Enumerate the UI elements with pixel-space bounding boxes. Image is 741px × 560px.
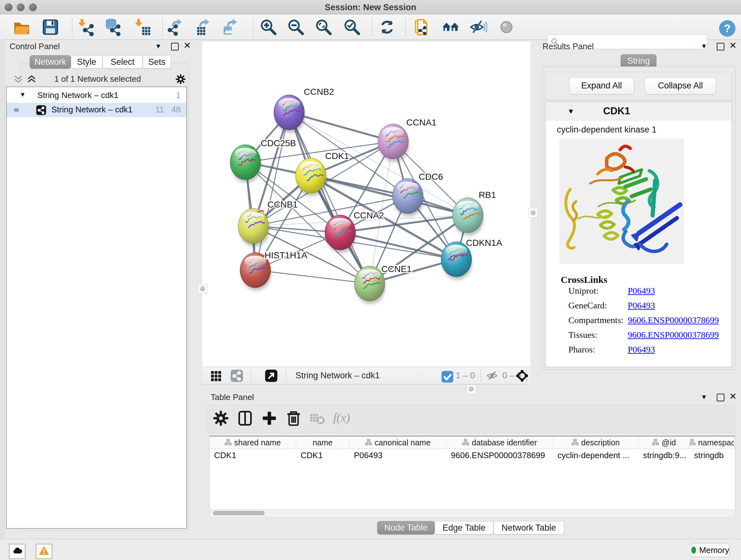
control-panel-float-icon[interactable]: ▾ (156, 42, 160, 51)
tab-style[interactable]: Style (71, 55, 103, 69)
string-query-icon[interactable] (413, 18, 431, 36)
fit-selected-crosshair-icon[interactable] (516, 369, 529, 382)
expand-all-networks-icon[interactable] (26, 75, 37, 85)
import-network-from-database-icon[interactable] (105, 18, 122, 36)
tab-node-table[interactable]: Node Table (377, 521, 434, 535)
grid-view-icon[interactable] (209, 369, 222, 382)
help-icon[interactable]: ? (718, 19, 736, 37)
zoom-in-icon[interactable] (259, 18, 277, 36)
network-canvas[interactable]: CCNB2CCNA1CDC25BCDK1CDC6RB1CCNB1CCNA2CDK… (202, 42, 530, 367)
node-label-CCNA1: CCNA1 (406, 118, 436, 127)
column-header-canonical-name[interactable]: canonical name (349, 436, 447, 449)
left-splitter-handle[interactable] (198, 284, 207, 294)
hide-eye-icon[interactable] (469, 18, 487, 36)
detach-view-icon[interactable] (265, 369, 278, 382)
gene-collapse-arrow[interactable]: ▼ (567, 107, 575, 116)
crosslink-link[interactable]: P06493 (628, 300, 655, 311)
results-panel-close-icon[interactable]: ✕ (729, 40, 737, 51)
collapse-all-networks-icon[interactable] (13, 75, 23, 85)
tab-select[interactable]: Select (103, 55, 143, 69)
column-header-namespac[interactable]: namespac (690, 436, 734, 449)
delete-column-icon[interactable] (285, 410, 302, 427)
control-panel-close-icon[interactable]: ✕ (184, 40, 191, 51)
export-network-icon[interactable] (167, 18, 185, 36)
tab-network-table[interactable]: Network Table (493, 521, 564, 535)
tree-column-icon (365, 438, 372, 447)
table-settings-gear-icon[interactable] (212, 410, 229, 427)
results-panel-maximize-icon[interactable] (717, 43, 724, 51)
column-header-shared-name[interactable]: shared name (210, 436, 296, 449)
tree-column-icon (690, 438, 696, 447)
cloud-button[interactable] (9, 544, 25, 559)
network-node-CCNB2[interactable]: CCNB2 (274, 87, 334, 133)
tab-edge-table[interactable]: Edge Table (434, 521, 493, 535)
network-selection-status: 1 of 1 Network selected (54, 74, 141, 84)
node-label-CCNB2: CCNB2 (304, 87, 334, 97)
node-table[interactable]: shared namenamecanonical namedatabase id… (209, 436, 735, 510)
table-cell[interactable]: cyclin-dependent ... (557, 450, 636, 460)
network-graph[interactable]: CCNB2CCNA1CDC25BCDK1CDC6RB1CCNB1CCNA2CDK… (202, 42, 530, 367)
import-table-icon[interactable] (133, 18, 151, 36)
window-edge-strip (0, 40, 4, 539)
table-cell[interactable]: P06493 (354, 450, 445, 460)
column-header-name[interactable]: name (296, 436, 349, 449)
crosslink-link[interactable]: 9606.ENSP00000378699 (628, 330, 719, 340)
network-node-RB1[interactable]: RB1 (453, 190, 496, 236)
import-network-icon[interactable] (77, 18, 95, 36)
network-node-CDC6[interactable]: CDC6 (393, 172, 443, 216)
open-session-icon[interactable] (13, 18, 30, 36)
table-cell[interactable]: stringdb:9... (643, 450, 688, 460)
crosslink-link[interactable]: P06493 (628, 345, 655, 355)
network-collection-row[interactable]: ▼ String Network – cdk1 1 (7, 88, 186, 103)
network-node-CCNB1[interactable]: CCNB1 (238, 199, 298, 246)
tab-network[interactable]: Network (30, 55, 71, 69)
network-row-selected[interactable]: String Network – cdk1 11 48 (7, 103, 186, 117)
collapse-all-button[interactable]: Collapse All (645, 77, 716, 95)
table-cell[interactable]: 9606.ENSP00000378699 (451, 450, 551, 460)
network-node-CCNA2[interactable]: CCNA2 (325, 210, 384, 253)
selected-checkbox-icon[interactable] (441, 370, 451, 381)
network-node-CDKN1A[interactable]: CDKN1A (441, 238, 502, 280)
zoom-out-icon[interactable] (286, 18, 305, 36)
toolbar-separator (253, 18, 253, 36)
add-column-icon[interactable] (261, 410, 278, 427)
expand-all-button[interactable]: Expand All (569, 77, 634, 95)
table-panel-maximize-icon[interactable] (717, 394, 724, 401)
column-header--id[interactable]: @id (638, 436, 690, 449)
export-image-icon[interactable] (222, 18, 240, 36)
network-options-gear-icon[interactable] (175, 73, 186, 85)
tab-sets[interactable]: Sets (143, 55, 171, 69)
zoom-fit-icon[interactable] (314, 18, 332, 36)
table-cell[interactable]: CDK1 (300, 450, 347, 460)
column-header-database-identifier[interactable]: database identifier (447, 436, 553, 449)
network-node-CDC25B[interactable]: CDC25B (230, 138, 296, 183)
column-header-description[interactable]: description (553, 436, 638, 449)
homes-icon[interactable] (442, 18, 460, 36)
table-panel-close-icon[interactable]: ✕ (729, 391, 737, 401)
export-table-icon[interactable] (194, 18, 212, 36)
results-panel-float-icon[interactable]: ▾ (702, 42, 706, 51)
zoom-selected-icon[interactable] (343, 18, 360, 36)
table-cell[interactable]: CDK1 (214, 450, 294, 460)
save-session-icon[interactable] (42, 18, 59, 36)
network-node-HIST1H1A[interactable]: HIST1H1A (240, 250, 307, 291)
memory-button[interactable]: Memory (691, 543, 730, 557)
crosslink-link[interactable]: P06493 (628, 286, 655, 296)
gene-card-header[interactable]: ▼ CDK1 (546, 102, 731, 120)
results-tab-string[interactable]: String (621, 54, 657, 68)
scrollbar-thumb[interactable] (213, 511, 265, 515)
show-columns-icon[interactable] (237, 410, 253, 427)
network-edge[interactable] (255, 270, 369, 284)
network-node-CCNE1[interactable]: CCNE1 (354, 264, 412, 304)
table-horizontal-scrollbar[interactable] (209, 509, 735, 517)
right-splitter-handle[interactable] (529, 208, 538, 218)
refresh-icon[interactable] (378, 18, 396, 36)
table-cell[interactable]: stringdb (694, 450, 732, 460)
table-panel-float-icon[interactable]: ▾ (702, 392, 706, 401)
crosslink-link[interactable]: 9606.ENSP00000378699 (628, 315, 719, 325)
cloud-icon (12, 545, 23, 557)
warnings-button[interactable] (36, 544, 52, 559)
control-panel-maximize-icon[interactable] (171, 43, 179, 51)
collection-expand-arrow[interactable]: ▼ (19, 91, 26, 98)
toolbar-separator (405, 18, 406, 36)
